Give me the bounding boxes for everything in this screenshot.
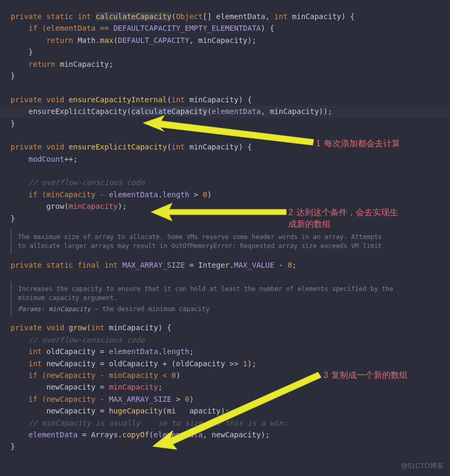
code-line: return Math.max(DEFAULT_CAPACITY, minCap… [11, 34, 450, 46]
code-line: if (elementData == DEFAULTCAPACITY_EMPTY… [11, 22, 450, 34]
code-line-highlighted: ensureExplicitCapacity(calculateCapacity… [11, 107, 332, 116]
annotation-1: 1每次添加都会去计算 [316, 138, 406, 149]
code-line: } [11, 46, 450, 58]
code-line: modCount++; [11, 153, 450, 165]
code-line: } [11, 440, 450, 452]
code-line: if (newCapacity - MAX_ARRAY_SIZE > 0) [11, 393, 450, 405]
javadoc-block: Increases the capacity to ensure that it… [11, 281, 450, 316]
code-line: private void ensureCapacityInternal(int … [11, 94, 450, 105]
code-comment: // overflow-conscious code [11, 334, 450, 346]
javadoc-block: The maximum size of array to allocate. S… [11, 230, 450, 254]
code-line: } [11, 118, 450, 129]
code-line: newCapacity = minCapacity; [11, 381, 450, 393]
code-line: int oldCapacity = elementData.length; [11, 346, 450, 357]
code-line: elementData = Arrays.copyOf(elementData,… [11, 429, 450, 440]
javadoc-line: minimum capacity argument. [18, 294, 450, 303]
code-comment: // minCapacity is usually xxxse to size,… [11, 417, 450, 429]
watermark: @51CTO博客 [401, 461, 444, 472]
code-comment: // overflow-conscious code [11, 177, 450, 188]
javadoc-params: Params: minCapacity – the desired minimu… [18, 305, 450, 314]
code-line: if (minCapacity - elementData.length > 0… [11, 189, 450, 200]
javadoc-line: The maximum size of array to allocate. S… [18, 233, 450, 242]
code-line: newCapacity = hugeCapacity(mixxxapacity)… [11, 405, 450, 417]
code-line: int newCapacity = oldCapacity + (oldCapa… [11, 358, 450, 369]
code-line: private void grow(int minCapacity) { [11, 322, 450, 333]
javadoc-line: to allocate larger arrays may result in … [18, 242, 450, 251]
code-line: private static final int MAX_ARRAY_SIZE … [11, 259, 450, 271]
javadoc-line: Increases the capacity to ensure that it… [18, 285, 450, 294]
blank-line [11, 165, 450, 177]
annotation-3: 3复制成一个新的数组 [323, 369, 413, 381]
blank-line [11, 82, 450, 93]
code-line: } [11, 70, 450, 82]
annotation-2: 2达到这个条件，会去实现生成新的数组 [288, 207, 400, 231]
code-line: private static int calculateCapacity(Obj… [11, 11, 450, 22]
code-line: return minCapacity; [11, 58, 450, 70]
